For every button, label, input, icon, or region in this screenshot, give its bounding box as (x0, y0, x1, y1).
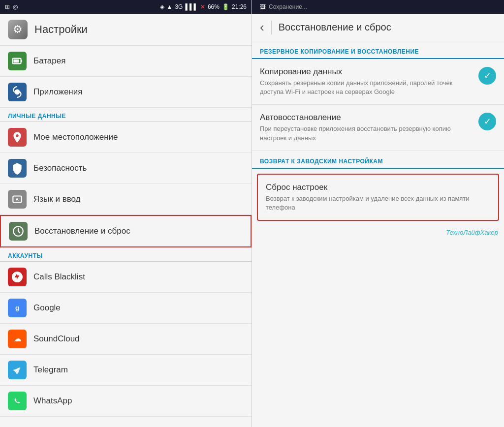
apps-label: Приложения (33, 87, 82, 97)
svg-point-3 (15, 90, 20, 95)
svg-text:A: A (16, 197, 19, 202)
settings-item-telegram[interactable]: Telegram (0, 355, 252, 386)
settings-list: Батарея Приложения ЛИЧНЫЕ ДАННЫЕ Мое мес… (0, 46, 252, 427)
section-backup-label: РЕЗЕРВНОЕ КОПИРОВАНИЕ И ВОССТАНОВЛЕНИЕ (252, 41, 504, 59)
location-icon-box (8, 128, 27, 147)
status-icons-right: ◈ ▲ 3G ▌▌▌ ✕ 66% 🔋 21:26 (160, 3, 247, 10)
svg-text:☁: ☁ (14, 335, 21, 343)
sim-icon: ◈ (160, 3, 164, 10)
time-display: 21:26 (232, 3, 247, 10)
settings-item-soundcloud[interactable]: ☁ SoundCloud (0, 324, 252, 355)
settings-item-location[interactable]: Мое местоположение (0, 122, 252, 153)
svg-point-13 (11, 395, 23, 407)
google-label: Google (33, 303, 61, 313)
language-icon-box: A (8, 190, 27, 209)
battery-icon: 🔋 (222, 3, 229, 10)
security-label: Безопасность (33, 163, 87, 173)
wifi-icon: ▲ (167, 3, 173, 10)
location-label: Мое местоположение (33, 132, 118, 142)
right-status-bar: 🖼 Сохранение... (252, 0, 504, 14)
apps-icon-box (8, 83, 27, 101)
reset-desc: Возврат к заводским настройкам и удалени… (266, 194, 490, 212)
settings-item-blacklist[interactable]: Calls Blacklist (0, 262, 252, 293)
camera-icon: ◎ (13, 3, 18, 10)
status-icons-left: ⊞ ◎ (5, 3, 18, 10)
blacklist-label: Calls Blacklist (33, 272, 85, 282)
copy-data-text: Копирование данных Сохранять резервные к… (260, 67, 473, 96)
app-header: ⚙ Настройки (0, 14, 252, 46)
restore-icon-box (9, 222, 28, 241)
saving-text: Сохранение... (269, 3, 307, 10)
autorestore-title: Автовосстановление (260, 113, 473, 122)
back-button[interactable]: ‹ (260, 20, 264, 35)
settings-item-google[interactable]: g Google (0, 293, 252, 324)
security-icon-box (8, 159, 27, 178)
restore-label: Восстановление и сброс (34, 226, 130, 236)
reset-text: Сброс настроек Возврат к заводским настр… (266, 183, 490, 212)
whatsapp-icon-box (8, 392, 27, 410)
right-item-autorestore[interactable]: Автовосстановление При переустановке при… (252, 105, 504, 151)
copy-data-title: Копирование данных (260, 67, 473, 77)
settings-item-apps[interactable]: Приложения (0, 77, 252, 108)
section-accounts: АККАУНТЫ (0, 247, 252, 262)
whatsapp-label: WhatsApp (33, 396, 72, 406)
section-personal-data: ЛИЧНЫЕ ДАННЫЕ (0, 108, 252, 122)
settings-item-battery[interactable]: Батарея (0, 46, 252, 77)
settings-item-language[interactable]: A Язык и ввод (0, 184, 252, 215)
svg-text:g: g (15, 304, 19, 311)
right-item-copy-data[interactable]: Копирование данных Сохранять резервные к… (252, 59, 504, 105)
left-panel: ⊞ ◎ ◈ ▲ 3G ▌▌▌ ✕ 66% 🔋 21:26 ⚙ Настройки… (0, 0, 252, 427)
autorestore-text: Автовосстановление При переустановке при… (260, 113, 473, 142)
blacklist-icon-box (8, 268, 27, 286)
saving-icon: 🖼 (260, 3, 266, 10)
copy-data-desc: Сохранять резервные копии данных приложе… (260, 79, 473, 96)
google-icon-box: g (8, 299, 27, 317)
screenshot-icon: ⊞ (5, 3, 10, 10)
status-bar-left: ⊞ ◎ ◈ ▲ 3G ▌▌▌ ✕ 66% 🔋 21:26 (0, 0, 252, 14)
language-label: Язык и ввод (33, 194, 81, 204)
x-icon: ✕ (200, 3, 205, 10)
right-title: Восстановление и сброс (279, 22, 391, 33)
section-factory-label: ВОЗВРАТ К ЗАВОДСКИМ НАСТРОЙКАМ (252, 151, 504, 169)
soundcloud-icon-box: ☁ (8, 330, 27, 348)
telegram-label: Telegram (33, 365, 68, 375)
svg-rect-1 (21, 60, 22, 62)
autorestore-desc: При переустановке приложения восстановит… (260, 124, 473, 142)
right-content: РЕЗЕРВНОЕ КОПИРОВАНИЕ И ВОССТАНОВЛЕНИЕ К… (252, 41, 504, 427)
settings-item-security[interactable]: Безопасность (0, 153, 252, 184)
settings-item-whatsapp[interactable]: WhatsApp (0, 386, 252, 417)
battery-label: Батарея (33, 56, 65, 66)
settings-app-icon: ⚙ (8, 20, 28, 39)
battery-icon-box (8, 52, 27, 70)
right-panel: 🖼 Сохранение... ‹ Восстановление и сброс… (252, 0, 504, 427)
soundcloud-label: SoundCloud (33, 334, 80, 344)
svg-rect-2 (13, 60, 19, 63)
signal-bars: ▌▌▌ (185, 3, 198, 10)
header-divider (271, 21, 272, 34)
telegram-icon-box (8, 361, 27, 379)
battery-percent: 66% (208, 3, 220, 10)
right-header: ‹ Восстановление и сброс (252, 14, 504, 41)
app-title: Настройки (34, 23, 88, 36)
reset-title: Сброс настроек (266, 183, 490, 192)
right-item-reset[interactable]: Сброс настроек Возврат к заводским настр… (257, 174, 499, 221)
settings-item-restore[interactable]: Восстановление и сброс (0, 215, 252, 247)
autorestore-checkmark: ✓ (478, 113, 496, 130)
copy-data-checkmark: ✓ (478, 67, 496, 85)
watermark: ТехноЛайфХакер (252, 226, 504, 239)
network-label: 3G (175, 3, 183, 10)
